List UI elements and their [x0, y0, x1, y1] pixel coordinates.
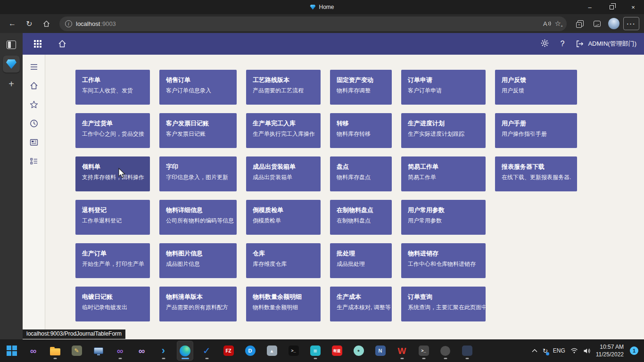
background-app-icon[interactable]: [459, 341, 475, 360]
nav-modules-button[interactable]: [28, 156, 40, 167]
navicat-icon[interactable]: N: [372, 341, 388, 360]
app-help-button[interactable]: ?: [561, 40, 565, 48]
tile-subtitle: 客户发票日记账: [166, 130, 231, 138]
file-explorer-icon[interactable]: [47, 341, 63, 360]
tile[interactable]: 销售订单客户订单信息录入: [159, 70, 237, 105]
tile-title: 生产订单: [82, 249, 144, 258]
windows-terminal-icon[interactable]: >_: [416, 341, 431, 360]
tile[interactable]: 物料清单版本产品需要的所有原料配方: [159, 287, 237, 321]
pet-app-icon[interactable]: ●: [351, 341, 366, 360]
profile-button[interactable]: [606, 16, 621, 31]
running-indicator: [400, 358, 404, 359]
tile[interactable]: 物料进销存工作中心和仓库物料进销存: [401, 243, 486, 278]
add-app-button[interactable]: +: [8, 79, 14, 89]
address-bar[interactable]: i localhost:9003 A ☆+: [59, 16, 567, 31]
tile[interactable]: 用户手册用户操作指引手册: [495, 113, 577, 148]
nav-recent-button[interactable]: [28, 118, 40, 129]
refresh-button[interactable]: ↻: [22, 16, 37, 31]
sync-status-button[interactable]: ↻: [543, 347, 548, 354]
tile[interactable]: 盘点物料库存盘点: [330, 156, 392, 191]
tile[interactable]: 生产成本生产成本核对, 调整等: [330, 287, 392, 321]
tile[interactable]: 成品出货装箱单成品出货装箱单: [246, 156, 321, 191]
nav-menu-button[interactable]: [28, 61, 40, 73]
filezilla-icon[interactable]: FZ: [221, 341, 236, 360]
user-menu[interactable]: ADMIN(管理部门): [576, 40, 636, 48]
tile-title: 客户发票日记账: [166, 119, 231, 128]
visual-studio-icon-glyph: ∞: [30, 346, 37, 355]
tile[interactable]: 退料登记工作单退料登记: [75, 200, 150, 235]
design-tool-icon[interactable]: ✎: [69, 341, 84, 360]
app-home-button[interactable]: [58, 39, 67, 49]
settings-more-button[interactable]: ···: [623, 17, 639, 30]
tile[interactable]: 字印字印信息录入，图片更新: [159, 156, 237, 191]
tile[interactable]: 报表服务器下载在线下载、更新报表服务器.: [495, 156, 577, 191]
read-aloud-button[interactable]: A: [543, 20, 551, 27]
tile[interactable]: 用户反馈用户反馈: [495, 70, 577, 105]
wifi-button[interactable]: [570, 348, 578, 354]
tile[interactable]: 订单申请客户订单申请: [401, 70, 486, 105]
dimmed-app-icon[interactable]: [438, 341, 453, 360]
docker-icon[interactable]: D: [242, 341, 258, 360]
edge-icon[interactable]: [177, 341, 193, 360]
visual-studio-icon[interactable]: ∞: [25, 341, 41, 360]
dynamics-app-button[interactable]: [3, 56, 20, 73]
tile[interactable]: 生产进度计划生产实际进度计划跟踪: [401, 113, 486, 148]
tile[interactable]: 生产过货单工作中心之间，货品交接: [75, 113, 150, 148]
collections-icon: [576, 20, 584, 27]
tile[interactable]: 工作单车间工人收货、发货: [75, 70, 150, 105]
tile-title: 订单申请: [408, 76, 480, 84]
tile[interactable]: 转移物料库存转移: [330, 113, 392, 148]
running-indicator: [53, 358, 57, 359]
language-indicator[interactable]: ENG: [553, 347, 565, 354]
youdao-dict-icon[interactable]: 有道: [329, 341, 345, 360]
notepad-plus-icon[interactable]: ≡: [307, 341, 323, 360]
tile[interactable]: 倒模质检单倒模质检单: [246, 200, 321, 235]
wps-office-icon[interactable]: W: [394, 341, 410, 360]
tile[interactable]: 生产订单开始生产单，打印生产单: [75, 243, 150, 278]
volume-button[interactable]: [583, 348, 591, 354]
tile[interactable]: 批处理成品批处理: [330, 243, 392, 278]
visual-studio-alt-icon[interactable]: ∞: [134, 341, 149, 360]
app-settings-button[interactable]: [540, 39, 549, 49]
navicat-icon-glyph: N: [375, 346, 386, 356]
todo-check-icon[interactable]: ✓: [199, 341, 215, 360]
media-viewer-icon[interactable]: ▲: [264, 341, 280, 360]
tile[interactable]: 工艺路线版本产品需要的工艺流程: [246, 70, 321, 105]
clock-icon: [29, 119, 39, 128]
taskbar-clock[interactable]: 10:57 AM 11/25/2022: [596, 343, 624, 358]
workspaces-icon: [29, 138, 39, 147]
start-button[interactable]: [4, 341, 19, 360]
nav-home-button[interactable]: [28, 80, 40, 91]
tile[interactable]: 用户常用参数用户常用参数: [401, 200, 486, 235]
remote-desktop-icon[interactable]: [91, 341, 106, 360]
command-prompt-icon[interactable]: >_: [286, 341, 301, 360]
sidebar-toggle-button[interactable]: [7, 39, 16, 51]
tile[interactable]: 物料图片信息成品图片信息: [159, 243, 237, 278]
add-favorite-button[interactable]: ☆+: [555, 19, 561, 28]
nav-workspaces-button[interactable]: [28, 137, 40, 148]
collections-button[interactable]: [572, 16, 587, 31]
tile[interactable]: 简易工作单简易工作单: [401, 156, 486, 191]
tile[interactable]: 仓库库存维度仓库: [246, 243, 321, 278]
notification-badge[interactable]: 1: [630, 346, 638, 355]
site-info-icon[interactable]: i: [65, 20, 72, 27]
tile[interactable]: 电镀日记账临时记录电镀发出: [75, 287, 150, 321]
tile[interactable]: 物料数量余额明细物料数量余额明细: [246, 287, 321, 321]
nav-favorites-button[interactable]: [28, 99, 40, 110]
tile[interactable]: 订单查询系统查询，主要汇聚在此页面中: [401, 287, 486, 321]
back-button[interactable]: ←: [5, 16, 20, 31]
tile[interactable]: 客户发票日记账客户发票日记账: [159, 113, 237, 148]
tile[interactable]: 固定资产变动物料库存调整: [330, 70, 392, 105]
app-launcher-waffle-icon[interactable]: [34, 40, 41, 48]
browser-home-button[interactable]: [39, 16, 54, 31]
browser-essentials-button[interactable]: [589, 16, 604, 31]
visual-studio-2019-icon[interactable]: ∞: [112, 341, 128, 360]
tile[interactable]: 生产单完工入库生产单执行完工入库操作: [246, 113, 321, 148]
tile[interactable]: 物料详细信息公司所有物料的编码等信息: [159, 200, 237, 235]
vscode-icon[interactable]: ›: [156, 341, 171, 360]
app-left-nav: [23, 55, 45, 339]
tray-overflow-button[interactable]: [532, 349, 537, 353]
tile[interactable]: 领料单支持库存领料，回料操作: [75, 156, 150, 191]
tile[interactable]: 在制物料盘点在制物料盘点: [330, 200, 392, 235]
background-app-icon-glyph: [462, 346, 472, 356]
